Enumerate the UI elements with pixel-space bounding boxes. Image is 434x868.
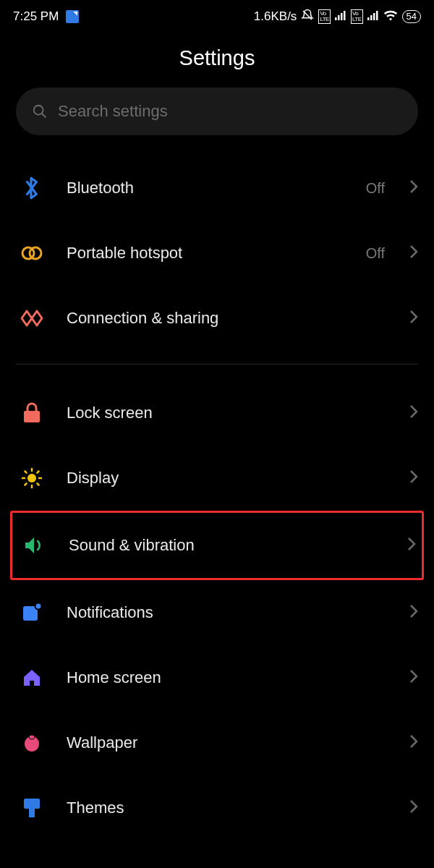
svg-rect-25 <box>24 799 40 809</box>
svg-point-13 <box>27 474 36 482</box>
row-bluetooth[interactable]: Bluetooth Off <box>16 156 418 221</box>
row-sound-vibration[interactable]: Sound & vibration <box>18 513 416 578</box>
hotspot-icon <box>16 244 48 262</box>
search-placeholder: Search settings <box>58 102 168 121</box>
status-right: 1.6KB/s VoLTE VoLTE 54 <box>254 9 421 25</box>
row-value: Off <box>366 180 385 197</box>
chevron-right-icon <box>409 669 418 686</box>
clock: 7:25 PM <box>13 9 59 24</box>
wallpaper-icon <box>16 733 48 753</box>
chevron-right-icon <box>407 537 416 554</box>
row-themes[interactable]: Themes <box>16 775 418 841</box>
svg-rect-26 <box>29 809 35 817</box>
chevron-right-icon <box>409 310 418 327</box>
svg-rect-12 <box>24 411 40 422</box>
svg-rect-7 <box>376 11 378 20</box>
row-label: Portable hotspot <box>67 244 347 263</box>
row-label: Themes <box>67 799 391 817</box>
settings-list: Bluetooth Off Portable hotspot Off Conne… <box>0 156 434 841</box>
row-label: Connection & sharing <box>67 309 391 328</box>
svg-rect-5 <box>370 15 373 20</box>
row-value: Off <box>366 245 385 262</box>
status-left: 7:25 PM <box>13 9 79 24</box>
row-wallpaper[interactable]: Wallpaper <box>16 710 418 775</box>
volte-icon-2: VoLTE <box>351 9 363 24</box>
svg-rect-2 <box>341 13 343 20</box>
themes-icon <box>16 797 48 819</box>
files-app-icon <box>66 10 79 23</box>
divider <box>16 364 418 365</box>
chevron-right-icon <box>409 244 418 262</box>
signal-icon-2 <box>367 9 379 24</box>
bluetooth-icon <box>16 176 48 200</box>
screen: 7:25 PM 1.6KB/s VoLTE VoLTE 54 Settings <box>0 0 434 868</box>
chevron-right-icon <box>409 404 418 422</box>
row-lock-screen[interactable]: Lock screen <box>16 380 418 446</box>
row-label: Sound & vibration <box>69 536 388 555</box>
row-connection-sharing[interactable]: Connection & sharing <box>16 286 418 351</box>
lock-icon <box>16 402 48 424</box>
highlight-annotation: Sound & vibration <box>10 511 424 580</box>
svg-rect-3 <box>344 11 346 20</box>
svg-rect-0 <box>335 17 337 20</box>
row-home-screen[interactable]: Home screen <box>16 645 418 710</box>
page-header: Settings <box>0 33 434 88</box>
row-label: Home screen <box>67 668 391 687</box>
svg-point-8 <box>34 106 43 115</box>
row-label: Lock screen <box>67 404 391 422</box>
row-label: Wallpaper <box>67 733 391 752</box>
chevron-right-icon <box>409 799 418 817</box>
row-label: Notifications <box>67 603 391 622</box>
notifications-icon <box>16 603 48 623</box>
row-notifications[interactable]: Notifications <box>16 580 418 645</box>
wifi-icon <box>383 9 398 25</box>
row-label: Display <box>67 469 391 488</box>
svg-point-11 <box>30 247 41 259</box>
volte-icon-1: VoLTE <box>318 9 331 24</box>
connection-sharing-icon <box>16 308 48 328</box>
dnd-icon <box>301 9 314 25</box>
chevron-right-icon <box>409 469 418 487</box>
svg-point-23 <box>35 603 42 610</box>
svg-line-19 <box>37 483 38 485</box>
status-bar: 7:25 PM 1.6KB/s VoLTE VoLTE 54 <box>0 0 434 33</box>
row-display[interactable]: Display <box>16 446 418 511</box>
svg-line-9 <box>42 114 46 118</box>
svg-rect-4 <box>367 17 370 20</box>
home-icon <box>16 668 48 688</box>
svg-rect-6 <box>373 13 375 20</box>
battery-indicator: 54 <box>402 10 421 23</box>
svg-point-24 <box>29 735 35 739</box>
chevron-right-icon <box>409 179 418 197</box>
row-label: Bluetooth <box>67 179 347 197</box>
row-hotspot[interactable]: Portable hotspot Off <box>16 221 418 286</box>
svg-line-20 <box>25 483 27 485</box>
search-input[interactable]: Search settings <box>16 88 418 135</box>
chevron-right-icon <box>409 604 418 621</box>
network-speed: 1.6KB/s <box>254 9 297 24</box>
svg-line-21 <box>37 472 38 473</box>
svg-rect-1 <box>338 15 340 20</box>
svg-line-18 <box>25 472 27 473</box>
search-icon <box>32 103 48 119</box>
chevron-right-icon <box>409 734 418 752</box>
sun-icon <box>16 467 48 489</box>
page-title: Settings <box>0 46 434 70</box>
signal-icon-1 <box>335 9 346 24</box>
sound-icon <box>18 536 50 555</box>
